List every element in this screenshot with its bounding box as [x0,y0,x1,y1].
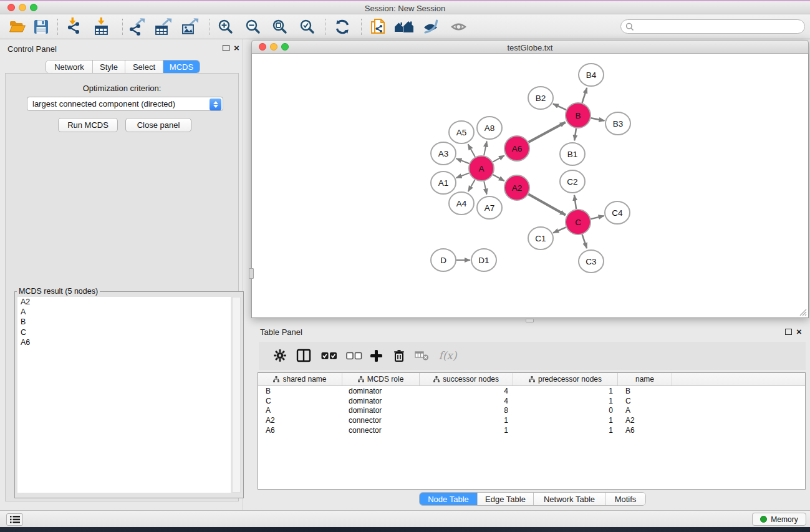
edge-A-A3[interactable] [456,158,470,163]
graph-node-A7[interactable]: A7 [477,196,502,219]
edge-A-A7[interactable] [484,181,486,195]
graph-node-B3[interactable]: B3 [605,112,630,135]
table-row[interactable]: A2connector 11 A2 [258,415,805,425]
criterion-select[interactable]: largest connected component (directed) [27,97,223,111]
edge-A-A2[interactable] [493,175,504,181]
tab-network-table[interactable]: Network Table [534,493,605,505]
graph-node-A8[interactable]: A8 [477,117,502,139]
graph-node-A[interactable]: A [469,156,494,181]
edge-A-A6[interactable] [493,155,504,162]
zoom-fit-icon[interactable] [269,16,291,37]
graph-node-B1[interactable]: B1 [560,143,585,165]
close-panel-button[interactable]: Close panel [125,118,191,132]
toggle-split-view-icon[interactable] [294,346,314,365]
graph-node-C4[interactable]: C4 [605,201,630,224]
tab-edge-table[interactable]: Edge Table [478,493,534,505]
first-neighbors-icon[interactable] [393,16,415,37]
zoom-in-icon[interactable] [215,16,236,37]
run-mcds-button[interactable]: Run MCDS [58,118,118,132]
edge-C-C3[interactable] [582,235,587,248]
mcds-result-list[interactable]: A2 A B C A6 [17,297,231,493]
float-panel-icon[interactable] [223,45,229,51]
network-window-titlebar[interactable]: testGlobe.txt [251,40,809,54]
graph-node-B2[interactable]: B2 [528,87,553,109]
graph-node-D1[interactable]: D1 [471,249,496,271]
show-panels-button[interactable] [6,513,23,526]
column-header-name[interactable]: name [618,373,672,385]
network-canvas[interactable]: B4B2BB3B1A5A8A6A3AA1C2A2A4A7C4CC1C3DD1 [251,54,809,318]
delete-table-icon[interactable] [412,346,432,365]
table-row[interactable]: Adominator 80 A [258,405,805,415]
edge-C-C2[interactable] [574,195,576,209]
float-panel-icon[interactable] [785,329,792,335]
graph-node-A3[interactable]: A3 [431,142,456,165]
show-annotations-icon[interactable] [448,16,470,37]
zoom-out-icon[interactable] [243,16,264,37]
open-file-icon[interactable] [7,16,28,37]
tab-mcds[interactable]: MCDS [163,60,200,73]
graph-node-A6[interactable]: A6 [504,136,529,161]
memory-button[interactable]: Memory [752,513,806,526]
tab-style[interactable]: Style [93,60,125,73]
edge-C-C4[interactable] [591,216,604,219]
edge-A-A8[interactable] [484,142,487,156]
list-item[interactable]: A [17,307,231,317]
export-network-icon[interactable] [126,16,147,37]
graph-node-A1[interactable]: A1 [431,172,456,194]
column-header-mcds-role[interactable]: MCDS role [342,373,420,385]
apply-layout-icon[interactable] [332,16,353,37]
edge-B-B3[interactable] [591,118,605,120]
edge-A-A1[interactable] [456,173,470,178]
scrollbar-track[interactable] [232,297,241,493]
graph-node-C1[interactable]: C1 [528,227,553,249]
edge-B-B4[interactable] [582,88,587,103]
tab-motifs[interactable]: Motifs [605,493,645,505]
list-item[interactable]: A2 [17,297,231,307]
column-header-successor-nodes[interactable]: successor nodes [420,373,513,385]
export-table-icon[interactable] [153,16,174,37]
graph-node-C2[interactable]: C2 [560,170,585,193]
edge-C-C1[interactable] [553,227,566,233]
close-panel-icon[interactable]: × [234,45,239,51]
table-row[interactable]: Bdominator 41 B [258,386,805,396]
edge-A6-B[interactable] [529,122,566,142]
network-graph[interactable]: B4B2BB3B1A5A8A6A3AA1C2A2A4A7C4CC1C3DD1 [252,54,808,317]
select-all-icon[interactable] [318,346,340,365]
search-input[interactable] [634,22,790,31]
list-item[interactable]: B [17,317,231,327]
graph-node-D[interactable]: D [431,249,456,271]
edge-A2-C[interactable] [528,194,566,215]
export-image-icon[interactable] [180,16,201,37]
list-item[interactable]: C [17,327,231,337]
select-stepper-icon[interactable] [210,99,221,110]
column-settings-icon[interactable] [270,346,290,365]
search-field[interactable] [620,19,805,34]
import-network-icon[interactable] [64,16,85,37]
list-item[interactable]: A6 [17,337,231,347]
graph-node-A2[interactable]: A2 [504,175,529,200]
add-column-icon[interactable] [366,346,386,365]
graph-node-A4[interactable]: A4 [449,192,474,215]
graph-node-B4[interactable]: B4 [579,64,604,86]
edge-A-A4[interactable] [468,180,475,191]
graph-node-C3[interactable]: C3 [579,250,604,273]
close-panel-icon[interactable]: × [796,329,802,335]
column-header-predecessor-nodes[interactable]: predecessor nodes [513,373,618,385]
import-table-icon[interactable] [92,16,113,37]
horizontal-divider-grip[interactable] [526,319,534,322]
edge-A-A5[interactable] [468,144,475,157]
edge-B-B1[interactable] [574,128,576,140]
hide-graphics-details-icon[interactable] [420,16,441,37]
deselect-all-icon[interactable] [343,346,365,365]
delete-columns-icon[interactable] [389,346,409,365]
graph-node-B[interactable]: B [566,103,591,128]
zoom-selected-icon[interactable] [297,16,318,37]
tab-network[interactable]: Network [46,60,93,73]
resize-grip-icon[interactable] [798,307,807,316]
tab-node-table[interactable]: Node Table [420,493,478,505]
column-header-shared-name[interactable]: shared name [258,373,342,385]
table-row[interactable]: Cdominator 41 C [258,396,805,406]
edge-B-B2[interactable] [553,104,566,110]
network-file-icon[interactable] [368,16,389,37]
table-row[interactable]: A6connector 11 A6 [258,425,805,435]
